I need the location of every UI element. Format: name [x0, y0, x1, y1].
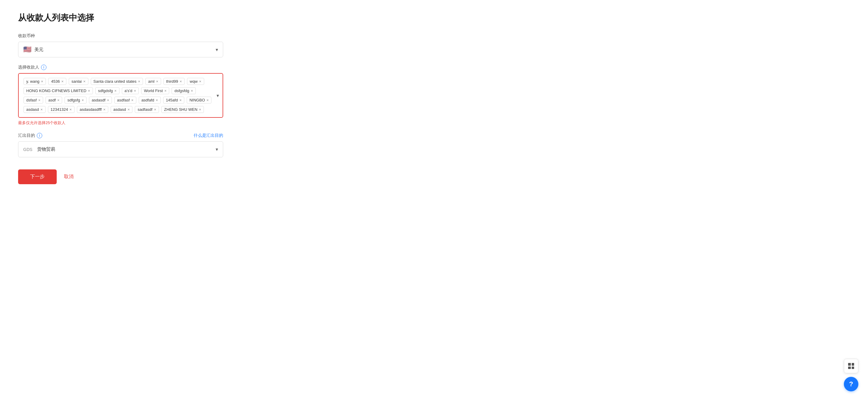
tag-remove-button[interactable]: ×	[134, 89, 136, 93]
tag-label: third99	[166, 79, 178, 84]
purpose-select[interactable]: GDS 货物贸易 ▾	[18, 141, 223, 157]
tag-remove-button[interactable]: ×	[207, 98, 209, 102]
tag-label: 145afd	[166, 98, 178, 103]
tag-remove-button[interactable]: ×	[40, 108, 43, 111]
list-item: asdasdasdfff×	[77, 106, 108, 113]
recipients-error: 最多仅允许选择25个收款人	[18, 120, 850, 125]
list-item: dsfasf×	[24, 97, 43, 104]
list-item: a's'd×	[122, 87, 139, 94]
tag-remove-button[interactable]: ×	[180, 98, 182, 102]
grid-icon	[848, 363, 854, 369]
tag-remove-button[interactable]: ×	[38, 98, 41, 102]
tag-remove-button[interactable]: ×	[191, 89, 193, 93]
recipients-box: y. wang×4536×sanlai×Santa clara united s…	[18, 73, 223, 118]
tag-label: dsfgsfdg	[174, 88, 189, 93]
list-item: HONG KONG CIFNEWS LIMITED×	[24, 87, 93, 94]
tag-label: dsfasf	[26, 98, 37, 103]
tag-remove-button[interactable]: ×	[83, 79, 86, 83]
tag-remove-button[interactable]: ×	[138, 79, 141, 83]
purpose-info-icon[interactable]: i	[37, 133, 42, 138]
list-item: sadfasdf×	[135, 106, 159, 113]
tag-label: NINGBO	[189, 98, 205, 103]
purpose-name: 货物贸易	[37, 146, 55, 152]
tag-label: sanlai	[71, 79, 82, 84]
tag-remove-button[interactable]: ×	[57, 98, 60, 102]
tag-label: asdasd	[26, 107, 39, 112]
tag-label: asdasd	[114, 107, 126, 112]
tag-remove-button[interactable]: ×	[107, 98, 110, 102]
tag-label: wqw	[190, 79, 197, 84]
tag-remove-button[interactable]: ×	[164, 89, 167, 93]
list-item: asdfafd×	[139, 97, 161, 104]
tag-remove-button[interactable]: ×	[41, 79, 43, 83]
tag-remove-button[interactable]: ×	[199, 108, 202, 111]
what-is-purpose-link[interactable]: 什么是汇出目的	[194, 133, 223, 138]
purpose-header: 汇出目的 i 什么是汇出目的	[18, 133, 223, 138]
tag-label: sadfasdf	[137, 107, 152, 112]
tag-remove-button[interactable]: ×	[114, 89, 117, 93]
tag-label: asdasdf	[92, 98, 105, 103]
fab-container: ?	[844, 359, 858, 391]
tag-label: sdfgdsfg	[98, 88, 113, 93]
next-button[interactable]: 下一步	[18, 169, 57, 184]
currency-label: 收款币种	[18, 33, 850, 39]
tag-label: 12341324	[51, 107, 68, 112]
tag-label: sdfgsfg	[67, 98, 80, 103]
list-item: NINGBO×	[187, 97, 211, 104]
tag-remove-button[interactable]: ×	[128, 108, 130, 111]
tag-label: y. wang	[26, 79, 39, 84]
tag-label: asdasdasdfff	[80, 107, 102, 112]
tag-label: asdfafd	[142, 98, 154, 103]
tag-remove-button[interactable]: ×	[156, 98, 158, 102]
list-item: 4536×	[48, 78, 66, 85]
list-item: Santa clara united states×	[91, 78, 143, 85]
chevron-down-icon: ▾	[216, 47, 218, 53]
grid-fab-button[interactable]	[844, 359, 858, 373]
tag-remove-button[interactable]: ×	[180, 79, 182, 83]
chevron-down-icon: ▾	[216, 146, 218, 152]
list-item: aml×	[145, 78, 161, 85]
list-item: asdf×	[45, 97, 62, 104]
tag-remove-button[interactable]: ×	[199, 79, 202, 83]
tag-label: a's'd	[125, 88, 132, 93]
list-item: sdfgdsfg×	[95, 87, 119, 94]
list-item: 145afd×	[163, 97, 184, 104]
cancel-button[interactable]: 取消	[64, 174, 73, 180]
tag-label: aml	[148, 79, 154, 84]
tag-label: 4536	[51, 79, 60, 84]
purpose-code: GDS	[23, 147, 32, 152]
list-item: asdasd×	[111, 106, 133, 113]
tag-label: Santa clara united states	[93, 79, 136, 84]
help-fab-button[interactable]: ?	[844, 377, 858, 391]
list-item: wqw×	[187, 78, 204, 85]
tag-remove-button[interactable]: ×	[156, 79, 158, 83]
tag-remove-button[interactable]: ×	[103, 108, 105, 111]
list-item: ZHENG SHU WEN×	[161, 106, 204, 113]
list-item: third99×	[163, 78, 185, 85]
button-row: 下一步 取消	[18, 169, 850, 184]
currency-select[interactable]: 🇺🇸 美元 ▾	[18, 42, 223, 57]
tag-label: asdf	[48, 98, 56, 103]
tag-remove-button[interactable]: ×	[82, 98, 84, 102]
tag-remove-button[interactable]: ×	[88, 89, 90, 93]
tag-remove-button[interactable]: ×	[154, 108, 156, 111]
tag-label: HONG KONG CIFNEWS LIMITED	[26, 88, 86, 93]
list-item: y. wang×	[24, 78, 46, 85]
tag-remove-button[interactable]: ×	[61, 79, 64, 83]
tag-remove-button[interactable]: ×	[69, 108, 72, 111]
tag-remove-button[interactable]: ×	[131, 98, 134, 102]
page-title: 从收款人列表中选择	[18, 12, 850, 24]
expand-recipients-button[interactable]: ▾	[217, 93, 219, 98]
list-item: World First×	[141, 87, 169, 94]
list-item: asdasd×	[24, 106, 45, 113]
flag-icon: 🇺🇸	[23, 46, 31, 53]
recipients-info-icon[interactable]: i	[41, 65, 46, 70]
currency-value: 美元	[34, 47, 43, 53]
list-item: sdfgsfg×	[65, 97, 87, 104]
tag-label: asdfasf	[117, 98, 130, 103]
list-item: asdfasf×	[114, 97, 136, 104]
list-item: 12341324×	[48, 106, 74, 113]
tag-label: ZHENG SHU WEN	[164, 107, 197, 112]
recipients-label: 选择收款人 i	[18, 65, 850, 70]
list-item: sanlai×	[69, 78, 88, 85]
